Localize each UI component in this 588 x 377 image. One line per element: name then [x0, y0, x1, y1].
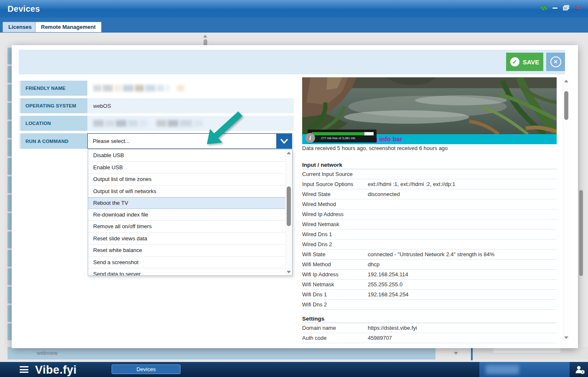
info-row: Wired Method [302, 199, 557, 209]
info-row-label: Wifi Netmask [302, 280, 368, 289]
info-row-label: Current Input Source [302, 169, 368, 179]
dropdown-scroll-up-icon[interactable] [287, 152, 291, 154]
operating-system-value: webOS [87, 98, 294, 113]
tab-licenses[interactable]: Licenses [3, 22, 38, 32]
footer-user-panel [479, 362, 570, 377]
dropdown-scrollbar-thumb[interactable] [287, 186, 291, 226]
info-row-label: Auth code [302, 333, 368, 343]
operating-system-label: OPERATING SYSTEM [20, 98, 87, 113]
info-row-value: 192.168.254.254 [368, 291, 409, 298]
dropdown-option[interactable]: Reboot the TV [88, 197, 286, 209]
info-row-value: connected - "Untrusted Network 2.4" stre… [368, 251, 494, 257]
friendly-name-label: FRIENDLY NAME [20, 81, 87, 96]
section-title: Settings [302, 315, 557, 323]
section-title: Input / network [302, 161, 557, 169]
storage-progress-bar [311, 132, 374, 136]
info-row: Wired Netmask [302, 219, 557, 229]
dropdown-option[interactable]: Remove all on/off timers [88, 221, 286, 233]
run-command-dropdown-list: Disable USBEnable USBOutput list of time… [88, 149, 293, 276]
info-row-label: Wired State [302, 189, 368, 199]
footer-devices-button[interactable]: Devices [112, 364, 181, 374]
location-label: LOCATION [20, 116, 87, 131]
background-scroll-down-icon[interactable] [454, 352, 458, 355]
dropdown-option[interactable]: Send data to server [88, 268, 286, 276]
info-row: Wired Dns 1 [302, 229, 557, 239]
preview-scroll-down-icon[interactable] [564, 336, 568, 339]
menu-icon[interactable] [20, 366, 28, 374]
form-row-operating-system: OPERATING SYSTEM webOS [19, 98, 294, 113]
info-row-label: Wifi Ip Address [302, 270, 368, 279]
minimize-icon[interactable] [551, 5, 559, 11]
location-value [87, 116, 294, 131]
info-row: Wired Dns 2 [302, 239, 557, 250]
dropdown-option[interactable]: Disable USB [88, 150, 286, 162]
info-row-value: dhcp [368, 261, 379, 267]
info-row-value: ext://hdmi :1, ext://hdmi :2, ext://dp:1 [368, 181, 456, 187]
dropdown-option[interactable]: Output list of time zones [88, 173, 286, 186]
info-row-label: Wired Dns 1 [302, 229, 368, 239]
window-titlebar: Devices ✕ [0, 0, 588, 18]
background-panel [473, 347, 588, 359]
preview-scrollbar [563, 78, 569, 341]
info-row: Wired Statedisconnected [302, 189, 557, 199]
info-row-label: Input Source Options [302, 179, 368, 189]
modal-header: ✓ SAVE ✕ [19, 50, 565, 74]
storage-overlay-text: 277 mb free of 3,081 mb [321, 136, 355, 140]
save-button[interactable]: ✓ SAVE [506, 53, 543, 71]
info-row: Wired Ip Address [302, 209, 557, 219]
device-detail-modal: ✓ SAVE ✕ FRIENDLY NAME OPERATI [12, 45, 578, 348]
run-command-select[interactable]: Please select... [87, 133, 292, 149]
dropdown-option[interactable]: Reset white balance [88, 245, 286, 257]
dropdown-option[interactable]: Send a screenshot [88, 257, 286, 269]
info-row: Wifi Dns 1192.168.254.254 [302, 290, 557, 300]
dropdown-option[interactable]: Output list of wifi networks [88, 186, 286, 198]
close-icon: ✕ [550, 56, 561, 67]
info-section: Input / networkCurrent Input SourceInput… [302, 161, 557, 310]
run-command-placeholder: Please select... [93, 134, 130, 148]
preview-scroll-up-icon[interactable] [564, 80, 568, 82]
info-row-label: Domain name [302, 323, 368, 333]
info-row: Wifi Dns 2 [302, 300, 557, 310]
modal-close-button[interactable]: ✕ [546, 53, 565, 71]
dropdown-option[interactable]: Enable USB [88, 162, 286, 174]
info-row-value: 45989707 [368, 335, 392, 341]
dropdown-option[interactable]: Reset slide views data [88, 233, 286, 245]
form-row-friendly-name: FRIENDLY NAME [19, 81, 294, 96]
restore-icon[interactable] [563, 5, 570, 11]
window-title: Devices [8, 0, 40, 18]
user-settings-icon[interactable] [575, 364, 585, 377]
info-row: Current Input Source [302, 169, 557, 179]
chevron-down-icon[interactable] [276, 133, 292, 149]
preview-scrollbar-thumb[interactable] [564, 91, 568, 120]
info-section: SettingsDomain namehttps://dstest.vibe.f… [302, 315, 557, 343]
tv-screenshot-image [302, 77, 557, 134]
webview-row[interactable]: webview [8, 347, 435, 359]
close-window-icon[interactable]: ✕ [574, 5, 581, 11]
tab-strip: Licenses Remote Management [0, 18, 588, 33]
info-row: Wifi Netmask255.255.255.0 [302, 280, 557, 290]
save-button-label: SAVE [523, 59, 540, 66]
tab-remote-management[interactable]: Remote Management [35, 22, 102, 32]
info-row-label: Wired Dns 2 [302, 239, 368, 249]
dropdown-scroll-down-icon[interactable] [287, 271, 291, 273]
background-scrollbar-right[interactable] [579, 190, 583, 276]
storage-overlay: 277 mb free of 3,081 mb [308, 130, 377, 143]
info-row-label: Wifi Method [302, 260, 368, 269]
info-row-label: Wired Netmask [302, 219, 368, 229]
device-info-tables: Input / networkCurrent Input SourceInput… [302, 161, 557, 343]
dropdown-option[interactable]: Re-download index file [88, 209, 286, 221]
info-row: Wifi Stateconnected - "Untrusted Network… [302, 250, 557, 260]
info-row-label: Wifi State [302, 250, 368, 259]
background-scrollbar-top[interactable] [203, 35, 208, 46]
info-row: Input Source Optionsext://hdmi :1, ext:/… [302, 179, 557, 189]
info-row-value: 192.168.254.114 [368, 271, 408, 278]
check-icon: ✓ [510, 57, 519, 66]
dropdown-scrollbar [285, 150, 292, 275]
info-row-label: Wired Method [302, 199, 368, 209]
application-window: Devices ✕ Licenses Remote Management [0, 0, 588, 377]
webview-label: webview [37, 347, 58, 359]
refresh-icon[interactable] [540, 5, 547, 11]
info-row-value: disconnected [368, 191, 400, 197]
friendly-name-input[interactable] [87, 81, 294, 96]
footer-bar: Vibe.fyi Devices [0, 362, 588, 377]
